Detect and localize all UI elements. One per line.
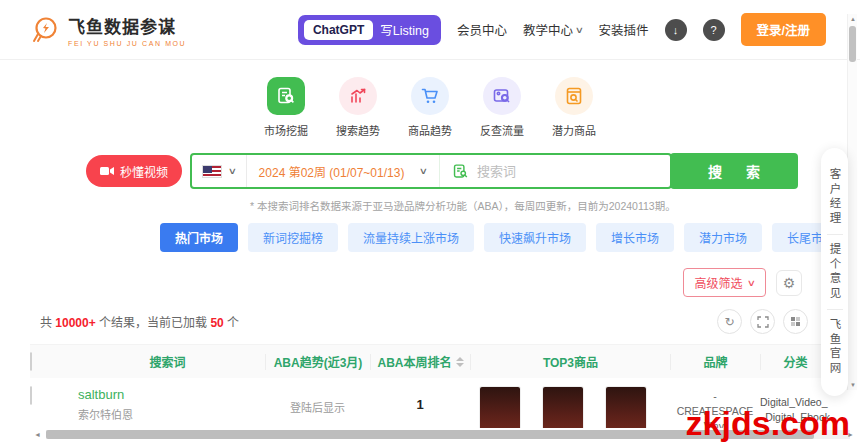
filter-potential[interactable]: 潜力市场 xyxy=(684,223,762,252)
marketplace-select[interactable]: ∨ xyxy=(192,155,247,187)
scroll-down-icon[interactable]: ▼ xyxy=(849,382,857,388)
nav-install-plugin[interactable]: 安装插件 xyxy=(599,20,649,39)
tab-market-mining[interactable]: 市场挖掘 xyxy=(264,77,308,138)
col-top3-products[interactable]: TOP3商品 xyxy=(470,354,670,370)
tab-reverse-traffic[interactable]: 反查流量 xyxy=(480,77,524,138)
refresh-icon[interactable]: ↻ xyxy=(717,309,742,334)
col-category[interactable]: 分类 xyxy=(760,354,830,370)
column-settings-icon[interactable] xyxy=(783,309,808,334)
brand-line: - xyxy=(670,389,760,404)
keyword-doc-search-icon xyxy=(452,163,469,180)
row-checkbox[interactable] xyxy=(30,386,32,405)
filter-growth[interactable]: 增长市场 xyxy=(596,223,674,252)
tab-potential-products-label: 潜力商品 xyxy=(552,122,596,138)
trend-cell: 登陆后显示 xyxy=(265,387,370,415)
search-trends-icon xyxy=(339,77,377,115)
select-all-checkbox[interactable] xyxy=(30,352,32,371)
tab-product-trends[interactable]: 商品趋势 xyxy=(408,77,452,138)
market-filters: 热门市场 新词挖掘榜 流量持续上涨市场 快速飙升市场 增长市场 潜力市场 长尾市… xyxy=(160,223,860,252)
col-keyword[interactable]: 搜索词 xyxy=(70,354,265,370)
tab-reverse-traffic-label: 反查流量 xyxy=(480,122,524,138)
aba-data-note: * 本搜索词排名数据来源于亚马逊品牌分析功能（ABA），每周四更新，目前为202… xyxy=(250,198,860,213)
product-thumbnail[interactable]: Saltburn xyxy=(606,387,646,428)
logo[interactable]: 飞鱼数据参谋 FEI YU SHU JU CAN MOU xyxy=(30,13,186,47)
results-total: 10000+ xyxy=(55,316,95,330)
keyword-cell: saltburn 索尔特伯恩 xyxy=(70,387,265,422)
rocket-logo-icon xyxy=(30,15,60,45)
advanced-filter-button[interactable]: 高级筛选 ∨ xyxy=(683,268,766,297)
search-box: ∨ 2024 第02周 (01/07~01/13) ∨ xyxy=(190,153,672,189)
advanced-filter-label: 高级筛选 xyxy=(694,274,742,291)
results-count: 共 10000+ 个结果，当前已加载 50 个 xyxy=(40,313,239,330)
scroll-up-icon[interactable]: ▲ xyxy=(849,16,857,22)
page: 飞鱼数据参谋 FEI YU SHU JU CAN MOU ChatGPT 写Li… xyxy=(0,0,860,448)
tab-search-trends[interactable]: 搜索趋势 xyxy=(336,77,380,138)
week-select-value: 2024 第02周 (01/07~01/13) xyxy=(259,163,405,180)
filter-new-words[interactable]: 新词挖掘榜 xyxy=(248,223,338,252)
chatgpt-listing-button[interactable]: ChatGPT 写Listing xyxy=(298,15,441,45)
quick-video-label: 秒懂视频 xyxy=(120,163,168,180)
side-contact-widget: 客户经理 提个意见 飞鱼官网 xyxy=(821,148,848,396)
filter-fast-soaring[interactable]: 快速飙升市场 xyxy=(484,223,586,252)
scroll-left-icon[interactable]: ◄ xyxy=(34,431,41,438)
nav-teaching-center[interactable]: 教学中心 ∨ xyxy=(523,20,583,39)
watermark: zkjds.com xyxy=(686,404,850,443)
us-flag-icon xyxy=(202,165,222,178)
col-aba-trend[interactable]: ABA趋势(近3月) xyxy=(265,354,370,370)
tab-search-trends-label: 搜索趋势 xyxy=(336,122,380,138)
v-scroll-thumb[interactable] xyxy=(849,26,856,62)
table-header: 搜索词 ABA趋势(近3月) ABA本周排名 TOP3商品 品牌 分类 xyxy=(30,344,830,378)
nav-member-center[interactable]: 会员中心 xyxy=(457,20,507,39)
search-button[interactable]: 搜 索 xyxy=(670,153,798,189)
potential-products-icon xyxy=(555,77,593,115)
keyword-input-wrap xyxy=(440,163,670,180)
side-customer-manager[interactable]: 客户经理 xyxy=(827,160,843,234)
results-row: 共 10000+ 个结果，当前已加载 50 个 ↻ xyxy=(40,309,808,334)
filter-rising-traffic[interactable]: 流量持续上涨市场 xyxy=(348,223,474,252)
product-trends-icon xyxy=(411,77,449,115)
search-input[interactable] xyxy=(477,164,658,179)
sort-icon[interactable] xyxy=(456,357,464,367)
product-thumbnail[interactable]: Saltburn xyxy=(480,387,520,428)
chatgpt-label: ChatGPT xyxy=(304,20,373,40)
table-tools: ↻ xyxy=(717,309,808,334)
help-icon[interactable]: ? xyxy=(703,19,725,41)
col-aba-rank-label: ABA本周排名 xyxy=(378,353,452,370)
results-middle: 个结果，当前已加载 xyxy=(96,316,211,330)
market-mining-icon xyxy=(267,77,305,115)
download-icon[interactable]: ↓ xyxy=(665,19,687,41)
nav-teaching-label: 教学中心 xyxy=(523,20,573,39)
gear-icon[interactable]: ⚙ xyxy=(776,270,802,296)
quick-video-button[interactable]: 秒懂视频 xyxy=(86,155,182,187)
video-camera-icon xyxy=(100,166,114,176)
col-brand[interactable]: 品牌 xyxy=(670,354,760,370)
top3-products-cell: Saltburn Saltburn Saltburn xyxy=(470,387,670,428)
search-row: 秒懂视频 ∨ 2024 第02周 (01/07~01/13) ∨ xyxy=(86,153,860,189)
keyword-translation: 索尔特伯恩 xyxy=(78,406,265,422)
write-listing-label: 写Listing xyxy=(380,20,429,39)
col-aba-rank[interactable]: ABA本周排名 xyxy=(370,354,470,370)
header: 飞鱼数据参谋 FEI YU SHU JU CAN MOU ChatGPT 写Li… xyxy=(0,0,860,60)
logo-subtitle: FEI YU SHU JU CAN MOU xyxy=(68,40,186,47)
side-feedback[interactable]: 提个意见 xyxy=(827,234,843,309)
chevron-down-icon: ∨ xyxy=(419,166,428,176)
login-register-button[interactable]: 登录/注册 xyxy=(741,13,826,46)
week-select[interactable]: 2024 第02周 (01/07~01/13) ∨ xyxy=(247,155,440,187)
tab-market-mining-label: 市场挖掘 xyxy=(264,122,308,138)
tab-product-trends-label: 商品趋势 xyxy=(408,122,452,138)
vertical-scrollbar[interactable]: ▲ ▼ xyxy=(847,14,857,390)
product-thumbnail[interactable]: Saltburn xyxy=(543,387,583,428)
chevron-down-icon: ∨ xyxy=(747,278,756,288)
fullscreen-icon[interactable] xyxy=(750,309,775,334)
filter-hot-market[interactable]: 热门市场 xyxy=(160,223,238,252)
keyword-link[interactable]: saltburn xyxy=(78,387,265,402)
logo-title: 飞鱼数据参谋 xyxy=(68,13,186,38)
reverse-traffic-icon xyxy=(483,77,521,115)
nav-member-label: 会员中心 xyxy=(457,20,507,39)
tab-potential-products[interactable]: 潜力商品 xyxy=(552,77,596,138)
nav-plugin-label: 安装插件 xyxy=(599,20,649,39)
results-prefix: 共 xyxy=(40,316,55,330)
logo-text: 飞鱼数据参谋 FEI YU SHU JU CAN MOU xyxy=(68,13,186,47)
rank-cell: 1 xyxy=(370,387,470,412)
side-official-site[interactable]: 飞鱼官网 xyxy=(827,309,843,384)
